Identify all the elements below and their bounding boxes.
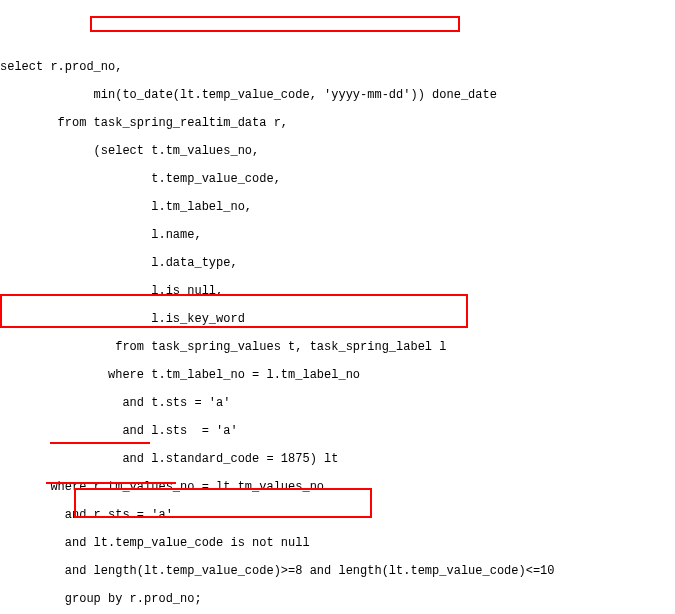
- sql-line: l.is_key_word: [0, 312, 675, 326]
- sql-line: and l.sts = 'a': [0, 424, 675, 438]
- sql-line: l.data_type,: [0, 256, 675, 270]
- sql-line: and t.sts = 'a': [0, 396, 675, 410]
- annotation-box-done-date: [90, 16, 460, 32]
- sql-line: t.temp_value_code,: [0, 172, 675, 186]
- sql-line: where r.tm_values_no = lt.tm_values_no: [0, 480, 675, 494]
- sql-line: select r.prod_no,: [0, 60, 675, 74]
- sql-line: l.is_null,: [0, 284, 675, 298]
- sql-line: where t.tm_label_no = l.tm_label_no: [0, 368, 675, 382]
- sql-line: and r.sts = 'a': [0, 508, 675, 522]
- sql-line: and lt.temp_value_code is not null: [0, 536, 675, 550]
- sql-line: (select t.tm_values_no,: [0, 144, 675, 158]
- sql-line: l.name,: [0, 228, 675, 242]
- sql-line: from task_spring_realtim_data r,: [0, 116, 675, 130]
- sql-line: and length(lt.temp_value_code)>=8 and le…: [0, 564, 675, 578]
- sql-line: from task_spring_values t, task_spring_l…: [0, 340, 675, 354]
- sql-line: min(to_date(lt.temp_value_code, 'yyyy-mm…: [0, 88, 675, 102]
- sql-line: and l.standard_code = 1875) lt: [0, 452, 675, 466]
- sql-line: l.tm_label_no,: [0, 200, 675, 214]
- sql-line: group by r.prod_no;: [0, 592, 675, 606]
- annotation-underline-hash-group-by-1: [50, 442, 150, 444]
